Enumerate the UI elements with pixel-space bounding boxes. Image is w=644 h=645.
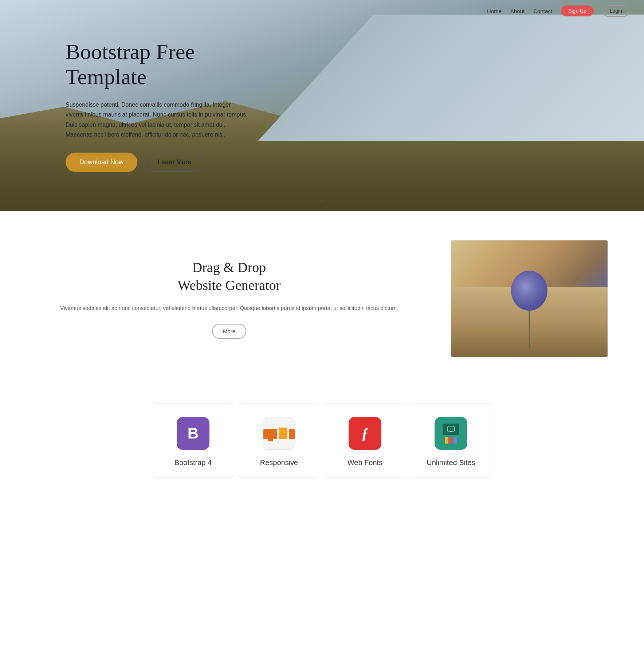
navbar: Home About Contact Sign Up Login bbox=[0, 0, 644, 22]
book2 bbox=[449, 437, 453, 444]
responsive-icon-shapes bbox=[263, 428, 295, 439]
flower-sphere bbox=[511, 271, 547, 311]
middle-description: Vivamus sodales elit ac nunc consectetur… bbox=[36, 303, 422, 313]
svg-rect-0 bbox=[447, 427, 455, 431]
more-button[interactable]: More bbox=[212, 324, 246, 339]
middle-text-block: Drag & DropWebsite Generator Vivamus sod… bbox=[36, 259, 422, 339]
phone-shape bbox=[289, 429, 295, 439]
nav-home[interactable]: Home bbox=[487, 8, 502, 14]
feature-label-responsive: Responsive bbox=[260, 459, 298, 467]
learn-more-button[interactable]: Learn More bbox=[144, 153, 205, 172]
feature-card-webfonts: ƒ Web Fonts bbox=[325, 404, 405, 477]
nav-links: Home About Contact Sign Up Login bbox=[487, 5, 629, 17]
download-button[interactable]: Download Now bbox=[66, 153, 137, 172]
feature-card-bootstrap: B Bootstrap 4 bbox=[153, 404, 233, 477]
hero-title: Bootstrap Free Template bbox=[66, 39, 248, 90]
middle-title: Drag & DropWebsite Generator bbox=[36, 259, 422, 295]
hero-section: Bootstrap Free Template Suspendisse pote… bbox=[0, 0, 644, 211]
unlimited-icon bbox=[435, 417, 467, 450]
hero-description: Suspendisse potenti. Donec convallis com… bbox=[66, 100, 248, 139]
features-section: B Bootstrap 4 Responsive ƒ Web Fonts bbox=[0, 386, 644, 502]
nav-about[interactable]: About bbox=[510, 8, 525, 14]
books-shape bbox=[445, 437, 457, 444]
tablet-shape bbox=[279, 428, 287, 439]
feature-label-webfonts: Web Fonts bbox=[347, 459, 382, 467]
monitor-shape bbox=[443, 424, 459, 435]
signup-button[interactable]: Sign Up bbox=[561, 5, 594, 16]
book1 bbox=[445, 437, 448, 444]
bootstrap-icon: B bbox=[177, 417, 209, 450]
svg-rect-1 bbox=[450, 431, 452, 432]
responsive-icon bbox=[263, 417, 295, 450]
feature-card-unlimited: Unlimited Sites bbox=[411, 404, 491, 477]
book3 bbox=[453, 437, 457, 444]
monitor-svg bbox=[447, 426, 455, 432]
hero-content: Bootstrap Free Template Suspendisse pote… bbox=[0, 10, 248, 201]
middle-section: Drag & DropWebsite Generator Vivamus sod… bbox=[0, 211, 644, 386]
nav-contact[interactable]: Contact bbox=[533, 8, 552, 14]
feature-label-unlimited: Unlimited Sites bbox=[427, 459, 475, 467]
middle-image bbox=[451, 240, 608, 357]
desktop-shape bbox=[263, 429, 277, 439]
unlimited-icon-shapes bbox=[443, 424, 459, 444]
scroll-chevron[interactable]: ⌄ bbox=[319, 194, 325, 204]
feature-label-bootstrap: Bootstrap 4 bbox=[174, 459, 212, 467]
hero-buttons: Download Now Learn More bbox=[66, 153, 248, 172]
webfonts-icon: ƒ bbox=[349, 417, 381, 450]
login-button[interactable]: Login bbox=[602, 5, 629, 17]
feature-card-responsive: Responsive bbox=[239, 404, 319, 477]
